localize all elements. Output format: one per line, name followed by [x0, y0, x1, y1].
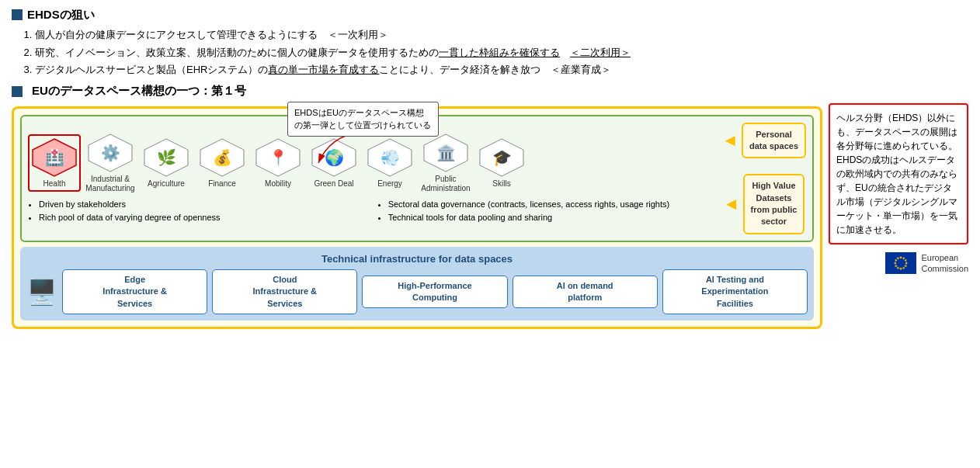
hex-agriculture-shape: 🌿 — [143, 137, 189, 178]
hex-and-arrows-row: 🏥 Health ⚙️ — [28, 123, 806, 234]
infra-edge-label: EdgeInfrastructure &Services — [103, 275, 167, 308]
bullet-col-right: Sectoral data governance (contracts, lic… — [377, 198, 719, 224]
hex-publicadmin: 🏛️ PublicAdministration — [419, 133, 472, 193]
tech-infra-title: Technical infrastructure for data spaces — [26, 253, 808, 265]
personal-data-box: Personaldata spaces — [742, 123, 806, 159]
industrial-icon: ⚙️ — [101, 144, 120, 162]
high-value-label: High ValueDatasetsfrom publicsector — [751, 181, 798, 226]
main-list: 個人が自分の健康データにアクセスして管理できるようにする ＜一次利用＞ 研究、イ… — [35, 27, 968, 78]
infra-box-edge: EdgeInfrastructure &Services — [62, 269, 207, 314]
bullet-item-1: Driven by stakeholders — [39, 198, 370, 211]
bullet-item-2: Rich pool of data of varying degree of o… — [39, 211, 370, 224]
high-value-box: High ValueDatasetsfrom publicsector — [743, 174, 805, 234]
high-value-wrap: ◄ High ValueDatasetsfrom publicsector — [723, 174, 805, 234]
arrow-personal-icon: ◄ — [721, 132, 738, 149]
blue-square-2-icon — [12, 86, 23, 97]
industrial-label: Industrial &Manufacturing — [85, 175, 134, 193]
list-item-2: 研究、イノベーション、政策立案、規制活動のために個人の健康データを使用するための… — [35, 45, 968, 61]
server-icon: 🖥️ — [26, 277, 57, 307]
personal-data-wrap: ◄ Personaldata spaces — [721, 123, 806, 159]
bullet-item-4: Technical tools for data pooling and sha… — [388, 211, 719, 224]
hex-skills-shape: 🎓 — [478, 137, 525, 178]
energy-icon: 💨 — [381, 148, 400, 167]
energy-label: Energy — [377, 179, 402, 189]
health-icon: 🏥 — [45, 148, 64, 167]
finance-label: Finance — [208, 179, 236, 189]
right-callout-text: ヘルス分野（EHDS）以外にも、データスペースの展開は各分野毎に進められている。… — [836, 113, 957, 235]
main-title-row: EHDSの狙い — [12, 8, 968, 23]
infra-box-hpc: High-PerformanceComputing — [362, 276, 507, 309]
infra-hpc-label: High-PerformanceComputing — [398, 281, 471, 302]
hex-industrial-shape: ⚙️ — [87, 133, 134, 173]
right-callout-box: ヘルス分野（EHDS）以外にも、データスペースの展開は各分野毎に進められている。… — [829, 103, 968, 244]
blue-square-icon — [12, 9, 23, 20]
hex-mobility: 📍 Mobility — [252, 137, 304, 189]
hex-health-shape: 🏥 — [31, 137, 78, 178]
list-item-3: デジタルヘルスサービスと製品（EHRシステム）の真の単一市場を育成することにより… — [35, 62, 968, 78]
hex-agriculture: 🌿 Agriculture — [140, 137, 193, 189]
header-section: EHDSの狙い 個人が自分の健康データにアクセスして管理できるようにする ＜一次… — [12, 8, 968, 78]
infra-testing-label: AI Testing andExperimentationFacilities — [701, 275, 768, 308]
mobility-icon: 📍 — [269, 148, 288, 167]
right-column: ヘルス分野（EHDS）以外にも、データスペースの展開は各分野毎に進められている。… — [829, 103, 968, 330]
skills-icon: 🎓 — [492, 148, 512, 167]
mobility-label: Mobility — [265, 179, 291, 189]
list-item-1: 個人が自分の健康データにアクセスして管理できるようにする ＜一次利用＞ — [35, 27, 968, 43]
publicadmin-label: PublicAdministration — [421, 175, 470, 193]
tech-infra-boxes-row: 🖥️ EdgeInfrastructure &Services CloudInf… — [26, 269, 808, 314]
infra-box-testing: AI Testing andExperimentationFacilities — [662, 269, 808, 314]
agriculture-label: Agriculture — [148, 179, 185, 189]
infra-cloud-label: CloudInfrastructure &Services — [253, 275, 318, 308]
second-section-title-row: EUのデータスペース構想の一つ：第１号 — [12, 84, 968, 99]
greendeal-label: Green Deal — [314, 179, 353, 189]
tech-infra-section: Technical infrastructure for data spaces… — [20, 247, 814, 321]
second-section-title: EUのデータスペース構想の一つ：第１号 — [32, 84, 246, 99]
health-label: Health — [43, 179, 66, 189]
eu-callout-text: EHDSはEUのデータスペース構想の第一弾として位置づけられている — [294, 108, 431, 130]
bullet-item-3: Sectoral data governance (contracts, lic… — [388, 198, 719, 211]
diagram-column: EHDSはEUのデータスペース構想の第一弾として位置づけられている — [12, 103, 822, 330]
bullet-section: Driven by stakeholders Rich pool of data… — [28, 198, 718, 224]
finance-icon: 💰 — [213, 148, 232, 167]
infra-box-cloud: CloudInfrastructure &Services — [212, 269, 357, 314]
svg-rect-10 — [885, 252, 916, 274]
skills-label: Skills — [492, 179, 510, 189]
infra-ai-label: AI on demandplatform — [557, 281, 613, 302]
arrow-highvalue-icon: ◄ — [723, 196, 740, 213]
hex-health: 🏥 Health — [28, 134, 81, 192]
eu-commission-logo: EuropeanCommission — [829, 252, 968, 275]
infra-box-ai: AI on demandplatform — [513, 276, 658, 309]
right-yellow-boxes-col: ◄ Personaldata spaces ◄ High ValueDatase… — [721, 123, 806, 234]
agriculture-icon: 🌿 — [157, 148, 176, 167]
eu-commission-label: EuropeanCommission — [921, 252, 968, 275]
hex-finance: 💰 Finance — [196, 137, 248, 189]
publicadmin-icon: 🏛️ — [436, 144, 456, 162]
bullet-col-left: Driven by stakeholders Rich pool of data… — [28, 198, 370, 224]
main-title: EHDSの狙い — [27, 8, 95, 23]
eu-stars-svg — [885, 252, 916, 274]
hex-mobility-shape: 📍 — [255, 137, 301, 178]
hex-publicadmin-shape: 🏛️ — [422, 133, 469, 173]
eu-callout-box: EHDSはEUのデータスペース構想の第一弾として位置づけられている — [287, 102, 439, 137]
hex-finance-shape: 💰 — [199, 137, 245, 178]
personal-data-label: Personaldata spaces — [749, 130, 798, 151]
hex-skills: 🎓 Skills — [475, 137, 528, 189]
outer-yellow-box: 🏥 Health ⚙️ — [12, 106, 822, 330]
hex-industrial: ⚙️ Industrial &Manufacturing — [84, 133, 137, 193]
main-content-area: EHDSはEUのデータスペース構想の第一弾として位置づけられている — [12, 103, 968, 330]
